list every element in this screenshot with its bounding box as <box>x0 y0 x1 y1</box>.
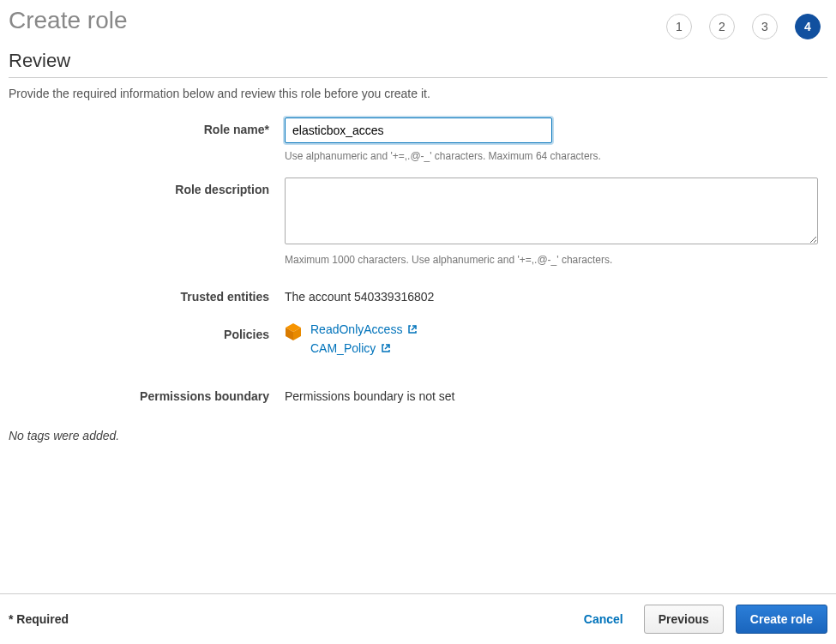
policy-link-label: CAM_Policy <box>310 341 376 355</box>
role-description-helper: Maximum 1000 characters. Use alphanumeri… <box>285 254 827 266</box>
external-link-icon <box>407 324 418 334</box>
policy-link-label: ReadOnlyAccess <box>310 322 402 336</box>
required-note: * Required <box>9 612 69 626</box>
cancel-button[interactable]: Cancel <box>575 605 632 633</box>
create-role-button[interactable]: Create role <box>736 605 827 634</box>
external-link-icon <box>381 343 391 353</box>
role-description-label: Role description <box>9 178 285 196</box>
page-title: Create role <box>9 7 128 34</box>
wizard-stepper: 1 2 3 4 <box>666 7 827 39</box>
policy-link-readonlyaccess[interactable]: ReadOnlyAccess <box>310 322 418 336</box>
review-subtitle: Review <box>0 39 836 77</box>
policy-cube-icon <box>285 322 302 341</box>
role-name-label: Role name* <box>9 117 285 136</box>
step-1[interactable]: 1 <box>666 14 692 39</box>
permissions-boundary-value: Permissions boundary is not set <box>285 384 827 403</box>
role-name-input[interactable] <box>285 117 552 143</box>
role-description-textarea[interactable] <box>285 178 818 244</box>
step-2[interactable]: 2 <box>709 14 735 39</box>
policies-label: Policies <box>9 322 285 341</box>
permissions-boundary-label: Permissions boundary <box>9 384 285 403</box>
step-4: 4 <box>795 14 821 39</box>
previous-button[interactable]: Previous <box>644 605 724 634</box>
tags-note: No tags were added. <box>0 418 836 453</box>
trusted-entities-label: Trusted entities <box>9 285 285 304</box>
footer: * Required Cancel Previous Create role <box>0 593 836 644</box>
step-3[interactable]: 3 <box>752 14 778 39</box>
role-name-helper: Use alphanumeric and '+=,.@-_' character… <box>285 150 827 162</box>
policy-link-cam-policy[interactable]: CAM_Policy <box>310 341 418 355</box>
trusted-entities-value: The account 540339316802 <box>285 285 827 304</box>
review-instructions: Provide the required information below a… <box>0 78 836 117</box>
